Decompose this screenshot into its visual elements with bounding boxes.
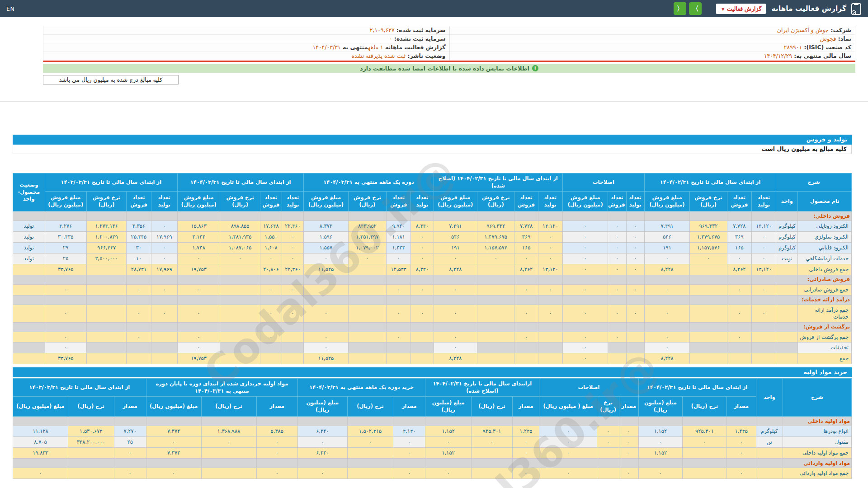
table-row: مواد اولیه وارداتی (13, 459, 852, 468)
cell: ۰ (751, 242, 776, 253)
table-row: جمع۸,۲۲۸۰۸,۲۲۸۱۱,۵۲۵۱۹,۷۵۳۳۴,۷۶۵ (13, 353, 852, 364)
column-header: تعداد فروش (260, 192, 282, 211)
cell: ۰ (626, 253, 644, 264)
column-header: تعداد فروش (608, 192, 626, 211)
cell (477, 211, 514, 221)
cell (260, 211, 282, 221)
cell (13, 211, 45, 221)
table-row: برگشت از فروش: (13, 322, 852, 332)
cell (425, 459, 472, 468)
signed-data-notice: i اطلاعات نمایش داده شده با اطلاعات امضا… (43, 64, 855, 73)
prev-report-button[interactable]: 〈 (674, 2, 686, 15)
section-label: فروش داخلی: (798, 211, 852, 221)
cell (87, 275, 127, 284)
info-label: شرکت: (829, 27, 851, 33)
cell (644, 211, 690, 221)
cell: ۰ (538, 242, 562, 253)
cell (514, 343, 538, 353)
materials-table: شرحواحداز ابتدای سال مالی تا تاریخ ۱۴۰۴/… (13, 378, 852, 479)
cell: ۰ (114, 448, 146, 459)
cell: ۰ (513, 448, 539, 459)
cell: ۰ (127, 332, 151, 343)
cell: تولید (13, 231, 45, 242)
table-row: جمع برگشت از فروش۰۰۰۰۰۰۰۰۰۰۰۰ (13, 332, 852, 343)
column-header: تعداد فروش (514, 192, 538, 211)
table-row: الکترود قلیایيکیلوگرم۰۱۶۵۱,۱۵۷,۵۷۶۱۹۱۰۰۰… (13, 242, 852, 253)
cell (282, 332, 304, 343)
cell (347, 417, 393, 426)
cell (348, 322, 386, 332)
cell: ۰ (177, 253, 220, 264)
cell (151, 343, 177, 353)
cell: ۰ (751, 284, 776, 295)
cell: ۱۷,۶۴۸ (260, 221, 282, 232)
cell: ۵,۳۸۵ (256, 426, 297, 437)
cell: ۰ (411, 284, 434, 295)
cell: ۱۶۵ (727, 242, 751, 253)
cell (644, 275, 690, 284)
cell (45, 211, 86, 221)
info-value: فجوش (820, 35, 836, 42)
cell (751, 353, 776, 364)
cell (201, 468, 256, 479)
column-header: نرخ (ریال) (201, 397, 256, 417)
column-header: مبلغ فروش (میلیون ریال) (644, 192, 690, 211)
cell (513, 459, 539, 468)
cell: تولید (13, 253, 45, 264)
cell: ۰ (562, 242, 608, 253)
info-value: ثبت شده پذیرفته نشده (351, 52, 406, 59)
language-toggle-en[interactable]: EN (6, 5, 14, 12)
cell (411, 295, 434, 305)
cell (690, 295, 727, 305)
cell: ۰ (608, 284, 626, 295)
cell (393, 459, 425, 468)
info-row: سرمایه ثبت شده: ۲,۱۰۹,۶۲۷ (43, 26, 449, 35)
cell (127, 343, 151, 353)
production-table-wrap: شرحاز ابتدای سال مالی تا تاریخ ۱۴۰۴/۰۲/۳… (13, 173, 852, 364)
cell (220, 284, 260, 295)
cell (539, 459, 597, 468)
cell (13, 343, 45, 353)
cell: ۱,۰۸۷,۰۶۵ (220, 242, 260, 253)
cell: ۰ (726, 468, 756, 479)
next-report-button[interactable]: 〉 (689, 2, 702, 15)
cell: ۰ (726, 437, 756, 448)
cell: ۰ (514, 305, 538, 322)
cell: ۰ (597, 437, 619, 448)
cell (151, 332, 177, 343)
cell: ۰ (282, 284, 304, 295)
table-row: فروش صادراتی: (13, 275, 852, 284)
section-label: درآمد ارائه خدمات: (798, 295, 852, 305)
cell (690, 264, 727, 275)
cell: ۰ (626, 221, 644, 232)
cell (68, 417, 114, 426)
column-header: نرخ (ریال) (68, 397, 114, 417)
cell: ۰ (644, 253, 690, 264)
cell (644, 322, 690, 332)
cell: ۰ (626, 305, 644, 322)
cell (683, 468, 727, 479)
cell (425, 417, 472, 426)
column-header: تعداد تولید (282, 192, 304, 211)
row-label: تخفیفات (798, 343, 852, 353)
cell: ۰ (562, 343, 608, 353)
section-label: فروش صادراتی: (798, 275, 852, 284)
cell: ۰ (619, 468, 639, 479)
cell (776, 264, 798, 275)
cell (347, 448, 393, 459)
info-row: سال مالی منتهی به: ۱۴۰۴/۱۲/۲۹ (450, 52, 855, 61)
cell (727, 275, 751, 284)
cell (13, 353, 45, 364)
cell (127, 295, 151, 305)
row-label: الکترود سلولزي (798, 231, 852, 242)
cell: ۲۵,۳۴۵ (127, 231, 151, 242)
production-table: شرحاز ابتدای سال مالی تا تاریخ ۱۴۰۴/۰۲/۳… (13, 173, 852, 364)
row-label: انواع پودرها (783, 426, 851, 437)
cell (146, 459, 201, 468)
cell (683, 448, 727, 459)
cell: ۱۷,۹۶۹ (151, 264, 177, 275)
cell (127, 275, 151, 284)
cell (260, 343, 282, 353)
report-type-dropdown[interactable]: گزارش فعالیت ▼ (716, 4, 766, 14)
cell: ۰ (727, 305, 751, 322)
